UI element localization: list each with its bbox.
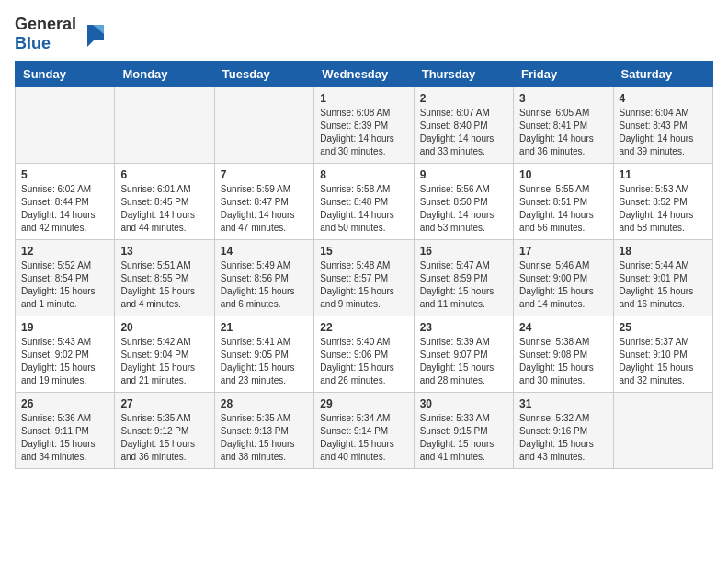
day-number: 3 <box>519 92 607 105</box>
day-info: Sunrise: 5:53 AMSunset: 8:52 PMDaylight:… <box>620 183 707 235</box>
page-header: General Blue <box>15 15 713 53</box>
day-number: 9 <box>420 168 507 181</box>
day-info: Sunrise: 6:08 AMSunset: 8:39 PMDaylight:… <box>320 107 407 158</box>
day-number: 18 <box>620 245 707 258</box>
day-info: Sunrise: 5:52 AMSunset: 8:54 PMDaylight:… <box>21 259 108 311</box>
logo-icon <box>78 19 108 49</box>
calendar-day-cell: 27 Sunrise: 5:35 AMSunset: 9:12 PMDaylig… <box>115 393 214 469</box>
day-number: 8 <box>320 168 407 181</box>
calendar-day-cell: 16 Sunrise: 5:47 AMSunset: 8:59 PMDaylig… <box>414 240 513 316</box>
calendar-day-cell: 24 Sunrise: 5:38 AMSunset: 9:08 PMDaylig… <box>514 316 613 393</box>
calendar-day-cell: 29 Sunrise: 5:34 AMSunset: 9:14 PMDaylig… <box>314 393 414 469</box>
calendar-day-cell: 23 Sunrise: 5:39 AMSunset: 9:07 PMDaylig… <box>414 316 513 393</box>
calendar-week-row: 1 Sunrise: 6:08 AMSunset: 8:39 PMDayligh… <box>16 87 713 164</box>
day-info: Sunrise: 5:43 AMSunset: 9:02 PMDaylight:… <box>21 336 108 387</box>
calendar-day-cell: 19 Sunrise: 5:43 AMSunset: 9:02 PMDaylig… <box>16 316 115 393</box>
calendar-day-cell: 22 Sunrise: 5:40 AMSunset: 9:06 PMDaylig… <box>314 316 414 393</box>
calendar-day-cell: 7 Sunrise: 5:59 AMSunset: 8:47 PMDayligh… <box>214 164 313 240</box>
calendar-day-cell: 18 Sunrise: 5:44 AMSunset: 9:01 PMDaylig… <box>613 240 712 316</box>
day-header: Thursday <box>414 62 513 87</box>
calendar-day-cell <box>214 87 313 164</box>
day-number: 21 <box>221 321 308 334</box>
calendar-day-cell: 21 Sunrise: 5:41 AMSunset: 9:05 PMDaylig… <box>214 316 313 393</box>
day-header: Monday <box>115 62 214 87</box>
calendar-day-cell: 15 Sunrise: 5:48 AMSunset: 8:57 PMDaylig… <box>314 240 414 316</box>
calendar-day-cell <box>613 393 712 469</box>
day-info: Sunrise: 5:47 AMSunset: 8:59 PMDaylight:… <box>420 259 507 311</box>
day-info: Sunrise: 5:59 AMSunset: 8:47 PMDaylight:… <box>221 183 308 235</box>
day-number: 22 <box>320 321 407 334</box>
day-header: Wednesday <box>314 62 414 87</box>
calendar-day-cell: 31 Sunrise: 5:32 AMSunset: 9:16 PMDaylig… <box>514 393 613 469</box>
day-number: 20 <box>120 321 208 334</box>
day-info: Sunrise: 5:36 AMSunset: 9:11 PMDaylight:… <box>21 412 108 464</box>
day-number: 7 <box>221 168 308 181</box>
calendar-header-row: SundayMondayTuesdayWednesdayThursdayFrid… <box>16 62 713 87</box>
day-info: Sunrise: 5:37 AMSunset: 9:10 PMDaylight:… <box>620 336 707 387</box>
day-info: Sunrise: 5:41 AMSunset: 9:05 PMDaylight:… <box>221 336 308 387</box>
day-info: Sunrise: 5:32 AMSunset: 9:16 PMDaylight:… <box>519 412 607 464</box>
calendar-day-cell: 10 Sunrise: 5:55 AMSunset: 8:51 PMDaylig… <box>514 164 613 240</box>
day-number: 16 <box>420 245 507 258</box>
day-number: 17 <box>519 245 607 258</box>
day-number: 23 <box>420 321 507 334</box>
day-info: Sunrise: 6:01 AMSunset: 8:45 PMDaylight:… <box>120 183 208 235</box>
day-number: 10 <box>519 168 607 181</box>
logo-blue: Blue <box>15 34 51 52</box>
day-info: Sunrise: 6:07 AMSunset: 8:40 PMDaylight:… <box>420 107 507 158</box>
day-info: Sunrise: 5:44 AMSunset: 9:01 PMDaylight:… <box>620 259 707 311</box>
day-info: Sunrise: 5:51 AMSunset: 8:55 PMDaylight:… <box>120 259 208 311</box>
day-number: 27 <box>120 397 208 410</box>
day-number: 1 <box>320 92 407 105</box>
calendar-week-row: 5 Sunrise: 6:02 AMSunset: 8:44 PMDayligh… <box>16 164 713 240</box>
calendar-day-cell: 25 Sunrise: 5:37 AMSunset: 9:10 PMDaylig… <box>613 316 712 393</box>
day-number: 11 <box>620 168 707 181</box>
logo: General Blue <box>15 15 108 53</box>
day-info: Sunrise: 5:49 AMSunset: 8:56 PMDaylight:… <box>221 259 308 311</box>
day-info: Sunrise: 5:38 AMSunset: 9:08 PMDaylight:… <box>519 336 607 387</box>
calendar-table: SundayMondayTuesdayWednesdayThursdayFrid… <box>15 61 713 469</box>
calendar-day-cell: 17 Sunrise: 5:46 AMSunset: 9:00 PMDaylig… <box>514 240 613 316</box>
day-info: Sunrise: 5:42 AMSunset: 9:04 PMDaylight:… <box>120 336 208 387</box>
day-info: Sunrise: 5:40 AMSunset: 9:06 PMDaylight:… <box>320 336 407 387</box>
calendar-day-cell <box>16 87 115 164</box>
day-number: 13 <box>120 245 208 258</box>
calendar-day-cell: 28 Sunrise: 5:35 AMSunset: 9:13 PMDaylig… <box>214 393 313 469</box>
day-info: Sunrise: 6:05 AMSunset: 8:41 PMDaylight:… <box>519 107 607 158</box>
day-info: Sunrise: 5:35 AMSunset: 9:13 PMDaylight:… <box>221 412 308 464</box>
day-number: 6 <box>120 168 208 181</box>
logo-text: General Blue <box>15 15 76 53</box>
day-info: Sunrise: 6:02 AMSunset: 8:44 PMDaylight:… <box>21 183 108 235</box>
calendar-day-cell: 30 Sunrise: 5:33 AMSunset: 9:15 PMDaylig… <box>414 393 513 469</box>
day-info: Sunrise: 5:33 AMSunset: 9:15 PMDaylight:… <box>420 412 507 464</box>
calendar-day-cell: 3 Sunrise: 6:05 AMSunset: 8:41 PMDayligh… <box>514 87 613 164</box>
day-number: 4 <box>620 92 707 105</box>
day-number: 12 <box>21 245 108 258</box>
calendar-day-cell: 4 Sunrise: 6:04 AMSunset: 8:43 PMDayligh… <box>613 87 712 164</box>
calendar-day-cell: 20 Sunrise: 5:42 AMSunset: 9:04 PMDaylig… <box>115 316 214 393</box>
day-header: Saturday <box>613 62 712 87</box>
calendar-day-cell: 2 Sunrise: 6:07 AMSunset: 8:40 PMDayligh… <box>414 87 513 164</box>
calendar-day-cell: 26 Sunrise: 5:36 AMSunset: 9:11 PMDaylig… <box>16 393 115 469</box>
day-info: Sunrise: 5:55 AMSunset: 8:51 PMDaylight:… <box>519 183 607 235</box>
day-info: Sunrise: 5:56 AMSunset: 8:50 PMDaylight:… <box>420 183 507 235</box>
calendar-day-cell: 9 Sunrise: 5:56 AMSunset: 8:50 PMDayligh… <box>414 164 513 240</box>
day-number: 30 <box>420 397 507 410</box>
calendar-week-row: 26 Sunrise: 5:36 AMSunset: 9:11 PMDaylig… <box>16 393 713 469</box>
day-info: Sunrise: 6:04 AMSunset: 8:43 PMDaylight:… <box>620 107 707 158</box>
calendar-day-cell: 13 Sunrise: 5:51 AMSunset: 8:55 PMDaylig… <box>115 240 214 316</box>
day-number: 29 <box>320 397 407 410</box>
day-number: 2 <box>420 92 507 105</box>
day-info: Sunrise: 5:48 AMSunset: 8:57 PMDaylight:… <box>320 259 407 311</box>
day-info: Sunrise: 5:46 AMSunset: 9:00 PMDaylight:… <box>519 259 607 311</box>
calendar-day-cell: 12 Sunrise: 5:52 AMSunset: 8:54 PMDaylig… <box>16 240 115 316</box>
calendar-day-cell: 5 Sunrise: 6:02 AMSunset: 8:44 PMDayligh… <box>16 164 115 240</box>
day-number: 26 <box>21 397 108 410</box>
day-number: 28 <box>221 397 308 410</box>
calendar-day-cell <box>115 87 214 164</box>
day-info: Sunrise: 5:58 AMSunset: 8:48 PMDaylight:… <box>320 183 407 235</box>
calendar-day-cell: 14 Sunrise: 5:49 AMSunset: 8:56 PMDaylig… <box>214 240 313 316</box>
day-number: 19 <box>21 321 108 334</box>
logo-general: General <box>15 15 76 33</box>
day-header: Tuesday <box>214 62 313 87</box>
